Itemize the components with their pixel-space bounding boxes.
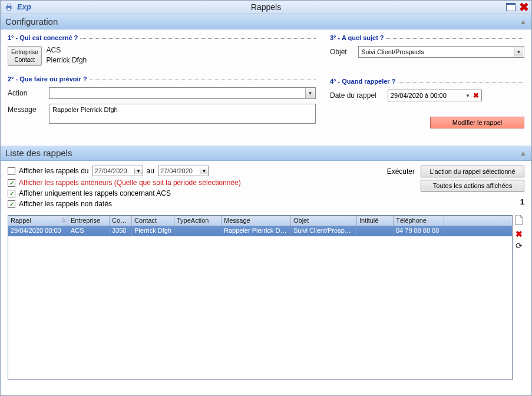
objet-value: Suivi Client/Prospects: [361, 48, 424, 55]
q4-legend: 4° - Quand rappeler ?: [330, 78, 395, 85]
table-row[interactable]: 29/04/2020 00:00 ACS 3350 Pierrick Dfgh …: [8, 226, 512, 236]
collapse-triangle-icon[interactable]: ▲: [520, 149, 527, 157]
close-icon[interactable]: ✖: [519, 3, 529, 11]
td-entreprise: ACS: [68, 226, 110, 236]
chk-acs[interactable]: [8, 190, 15, 197]
result-count: 1: [421, 197, 524, 206]
refresh-icon[interactable]: ⟳: [516, 241, 523, 250]
printer-icon: [3, 2, 15, 12]
td-contact: Pierrick Dfgh: [132, 226, 174, 236]
liste-section-header[interactable]: Liste des rappels ▲: [1, 145, 531, 161]
td-msg: Rappeler Pierrick Dfgh: [222, 226, 291, 236]
chevron-down-icon[interactable]: ▼: [464, 93, 472, 98]
chk-anterieurs-label: Afficher les rappels antérieurs (Quelle …: [19, 179, 241, 187]
q1-fieldset: 1° - Qui est concerné ? Entreprise Conta…: [8, 34, 316, 66]
liste-body: Afficher les rappels du 27/04/2020▼ au 2…: [1, 161, 531, 210]
chk-afficher-du[interactable]: [8, 167, 15, 175]
q2-legend: 2° - Que faire ou prévoir ?: [8, 75, 87, 82]
td-int: [357, 226, 394, 236]
th-message[interactable]: Message: [222, 216, 291, 226]
exec-selected-button[interactable]: L'action du rappel sélectionné: [421, 166, 524, 177]
td-obj: Suivi Client/Prospects: [291, 226, 357, 236]
th-telephone[interactable]: Téléphone: [394, 216, 444, 226]
chk-nondates[interactable]: [8, 200, 15, 208]
td-cid: 3350: [110, 226, 132, 236]
td-tel: 04 79 88 88 88: [394, 226, 444, 236]
q4-fieldset: 4° - Quand rappeler ? Date du rappel 29/…: [330, 78, 524, 128]
chevron-down-icon: ▼: [514, 47, 523, 57]
clear-date-icon[interactable]: ✖: [472, 91, 480, 100]
au-label: au: [147, 167, 154, 175]
message-label: Message: [8, 104, 43, 114]
th-entreprise[interactable]: Entreprise: [68, 216, 110, 226]
table-header: Rappel△ Entreprise Conta Contact TypeAct…: [8, 216, 512, 226]
date-from-input[interactable]: 27/04/2020▼: [92, 166, 143, 176]
config-body: 1° - Qui est concerné ? Entreprise Conta…: [1, 29, 531, 145]
objet-label: Objet: [330, 48, 352, 56]
executer-label: Exécuter: [387, 167, 415, 176]
config-section-title: Configuration: [5, 16, 58, 27]
th-rappel[interactable]: Rappel△: [8, 216, 68, 226]
chevron-down-icon: ▼: [305, 88, 315, 98]
modifier-rappel-button[interactable]: Modifier le rappel: [430, 117, 524, 128]
table-wrap: Rappel△ Entreprise Conta Contact TypeAct…: [8, 215, 524, 380]
chevron-down-icon: ▼: [134, 169, 143, 174]
new-doc-icon[interactable]: [515, 215, 523, 227]
delete-icon[interactable]: ✖: [516, 229, 523, 239]
titlebar: Exp Rappels ✖: [1, 1, 531, 14]
action-label: Action: [8, 89, 43, 97]
entreprise-contact-button[interactable]: Entreprise Contact: [8, 46, 42, 66]
q2-fieldset: 2° - Que faire ou prévoir ? Action ▼ Mes…: [8, 75, 316, 124]
svg-rect-1: [7, 4, 10, 5]
date-label: Date du rappel: [330, 91, 383, 100]
date-to-input[interactable]: 27/04/2020▼: [158, 166, 209, 176]
config-section-header[interactable]: Configuration ▲: [1, 14, 531, 29]
q3-legend: 3° - A quel sujet ?: [330, 34, 384, 41]
q1-legend: 1° - Qui est concerné ?: [8, 34, 78, 41]
action-combo[interactable]: ▼: [49, 87, 316, 99]
td-rappel: 29/04/2020 00:00: [8, 226, 68, 236]
exec-all-button[interactable]: Toutes les actions affichées: [421, 180, 524, 192]
sort-asc-icon: △: [62, 217, 65, 222]
q3-fieldset: 3° - A quel sujet ? Objet Suivi Client/P…: [330, 34, 524, 58]
entreprise-value: ACS: [47, 46, 87, 54]
message-input[interactable]: [49, 104, 316, 124]
chk-afficher-du-label: Afficher les rappels du: [19, 167, 89, 175]
th-typeaction[interactable]: TypeAction: [174, 216, 222, 226]
date-rappel-input[interactable]: 29/04/2020 à 00:00 ▼ ✖: [388, 90, 482, 101]
chk-anterieurs[interactable]: [8, 179, 15, 187]
window-title: Rappels: [1, 2, 531, 12]
td-type: [174, 226, 222, 236]
chevron-down-icon: ▼: [200, 169, 208, 174]
rappels-table[interactable]: Rappel△ Entreprise Conta Contact TypeAct…: [8, 215, 513, 380]
restore-icon[interactable]: [506, 3, 516, 11]
date-rappel-value: 29/04/2020 à 00:00: [389, 92, 464, 99]
app-brand: Exp: [17, 2, 31, 11]
th-objet[interactable]: Objet: [291, 216, 357, 226]
window: Exp Rappels ✖ Configuration ▲ 1° - Qui e…: [0, 0, 532, 396]
th-contact-id[interactable]: Conta: [110, 216, 132, 226]
objet-combo[interactable]: Suivi Client/Prospects ▼: [358, 46, 524, 58]
th-contact[interactable]: Contact: [132, 216, 174, 226]
chk-acs-label: Afficher uniquement les rappels concerna…: [19, 189, 171, 197]
collapse-triangle-icon[interactable]: ▲: [520, 18, 527, 26]
th-intitule[interactable]: Intitulé: [357, 216, 394, 226]
contact-value: Pierrick Dfgh: [47, 56, 87, 64]
svg-rect-2: [7, 8, 10, 10]
chk-nondates-label: Afficher les rappels non datés: [19, 200, 112, 208]
liste-section-title: Liste des rappels: [5, 148, 72, 158]
